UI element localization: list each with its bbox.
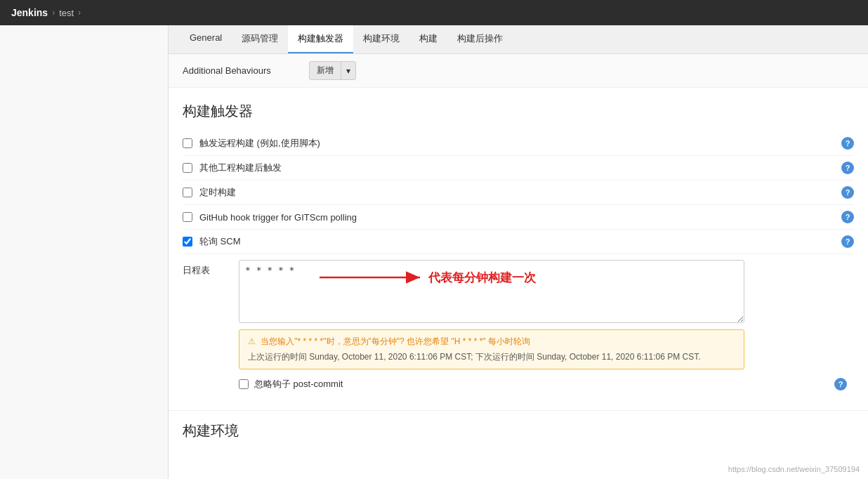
trigger-other-help-icon[interactable]: ? <box>841 162 854 174</box>
trigger-scm-label: 轮询 SCM <box>199 235 834 248</box>
trigger-scm-checkbox[interactable] <box>183 237 192 247</box>
trigger-github-help-icon[interactable]: ? <box>841 211 854 223</box>
tab-build[interactable]: 构建 <box>409 25 447 53</box>
add-behaviours-button[interactable]: 新增 ▾ <box>309 61 356 80</box>
tab-trigger[interactable]: 构建触发器 <box>288 25 353 53</box>
left-sidebar <box>0 25 169 479</box>
tab-source[interactable]: 源码管理 <box>232 25 288 53</box>
ignore-postcommit-checkbox[interactable] <box>239 379 249 389</box>
add-btn-arrow-icon[interactable]: ▾ <box>341 63 355 79</box>
tab-env[interactable]: 构建环境 <box>353 25 409 53</box>
trigger-other-label: 其他工程构建后触发 <box>199 162 834 174</box>
additional-behaviours-label: Additional Behaviours <box>183 65 295 76</box>
warning-title-text: 当您输入"* * * * *"时，意思为"每分钟"? 也许您希望 "H * * … <box>261 336 530 346</box>
trigger-remote-checkbox[interactable] <box>183 138 192 148</box>
warning-box: ⚠ 当您输入"* * * * *"时，意思为"每分钟"? 也许您希望 "H * … <box>239 329 744 369</box>
trigger-cron-help-icon[interactable]: ? <box>841 186 854 199</box>
trigger-github-row: GitHub hook trigger for GITScm polling ? <box>183 205 854 230</box>
trigger-scm-row: 轮询 SCM ? <box>183 230 854 254</box>
ignore-postcommit-row: 忽略钩子 post-commit ? <box>239 378 854 391</box>
watermark: https://blog.csdn.net/weixin_37509194 <box>728 465 860 473</box>
tabs-bar: General 源码管理 构建触发器 构建环境 构建 构建后操作 <box>169 25 868 54</box>
content-area: General 源码管理 构建触发器 构建环境 构建 构建后操作 Additio… <box>169 25 868 479</box>
jenkins-logo[interactable]: Jenkins <box>11 7 48 18</box>
top-nav: Jenkins › test › <box>0 0 868 25</box>
schedule-row: 日程表 * * * * * 代表每分钟构建一 <box>183 254 854 396</box>
trigger-section-heading: 构建触发器 <box>169 88 868 131</box>
trigger-github-checkbox[interactable] <box>183 212 192 222</box>
nav-arrow-1: › <box>52 8 55 18</box>
trigger-cron-checkbox[interactable] <box>183 188 192 197</box>
trigger-remote-help-icon[interactable]: ? <box>841 137 854 150</box>
tab-post[interactable]: 构建后操作 <box>447 25 513 53</box>
nav-test-link[interactable]: test <box>59 8 74 18</box>
schedule-textarea[interactable]: * * * * * <box>239 260 744 323</box>
warning-text: 上次运行的时间 Sunday, October 11, 2020 6:11:06… <box>248 350 735 363</box>
trigger-remote-label: 触发远程构建 (例如,使用脚本) <box>199 137 834 150</box>
add-btn-main-label[interactable]: 新增 <box>310 62 341 79</box>
build-env-heading: 构建环境 <box>183 421 854 440</box>
ignore-postcommit-label: 忽略钩子 post-commit <box>254 378 343 391</box>
trigger-cron-row: 定时构建 ? <box>183 181 854 205</box>
schedule-label: 日程表 <box>183 260 225 391</box>
trigger-github-label: GitHub hook trigger for GITScm polling <box>199 212 834 223</box>
trigger-section: 触发远程构建 (例如,使用脚本) ? 其他工程构建后触发 ? 定时构建 ? Gi… <box>169 131 868 411</box>
warning-icon: ⚠ <box>248 336 256 346</box>
tab-general[interactable]: General <box>180 25 232 53</box>
trigger-other-row: 其他工程构建后触发 ? <box>183 156 854 181</box>
build-env-section: 构建环境 <box>169 411 868 451</box>
trigger-other-checkbox[interactable] <box>183 163 192 173</box>
ignore-postcommit-help-icon[interactable]: ? <box>834 378 847 391</box>
trigger-scm-help-icon[interactable]: ? <box>841 235 854 248</box>
nav-arrow-2: › <box>78 8 81 18</box>
schedule-content: * * * * * 代表每分钟构建一次 <box>239 260 854 391</box>
main-container: General 源码管理 构建触发器 构建环境 构建 构建后操作 Additio… <box>0 25 868 479</box>
trigger-remote-row: 触发远程构建 (例如,使用脚本) ? <box>183 131 854 156</box>
trigger-cron-label: 定时构建 <box>199 186 834 199</box>
additional-behaviours-row: Additional Behaviours 新增 ▾ <box>169 54 868 88</box>
warning-title: ⚠ 当您输入"* * * * *"时，意思为"每分钟"? 也许您希望 "H * … <box>248 336 735 348</box>
